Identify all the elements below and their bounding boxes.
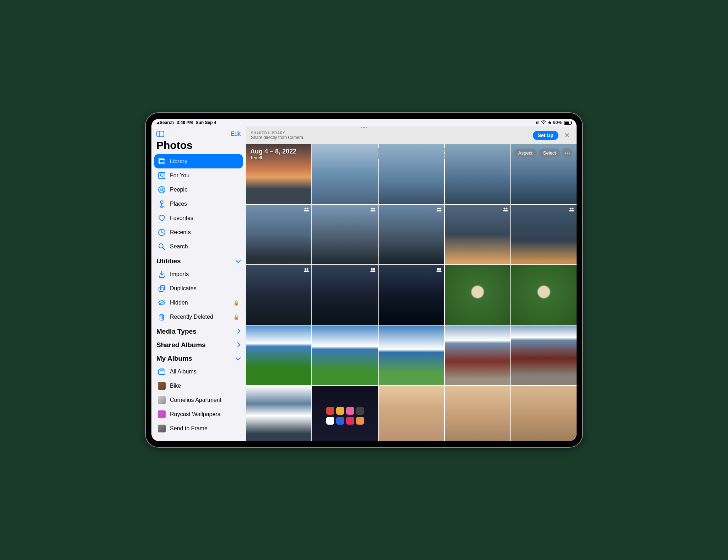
svg-point-24 xyxy=(503,208,505,210)
svg-point-20 xyxy=(371,208,373,210)
svg-point-29 xyxy=(307,268,309,270)
sidebar-item-label: Places xyxy=(170,201,187,207)
photo-thumbnail[interactable] xyxy=(379,325,444,385)
photo-thumbnail[interactable] xyxy=(379,205,444,264)
people-icon xyxy=(158,186,166,194)
wifi-icon xyxy=(541,120,546,125)
sidebar-item-label: For You xyxy=(170,172,189,179)
photo-thumbnail[interactable] xyxy=(246,205,311,264)
sidebar-item-duplicates[interactable]: Duplicates xyxy=(154,281,243,296)
shared-badge-icon xyxy=(370,207,376,212)
sidebar-item-album-raycast[interactable]: Raycast Wallpapers xyxy=(154,407,243,421)
sidebar-item-album-frame[interactable]: Send to Frame xyxy=(154,421,243,436)
star-icon: ★ xyxy=(548,120,552,125)
photo-thumbnail[interactable] xyxy=(246,325,311,385)
sidebar-item-places[interactable]: Places xyxy=(154,197,243,211)
select-button[interactable]: Select xyxy=(539,149,560,157)
section-label: Media Types xyxy=(156,328,197,335)
sidebar-item-foryou[interactable]: For You xyxy=(154,168,243,183)
imports-icon xyxy=(158,270,166,278)
photo-thumbnail[interactable] xyxy=(445,386,510,441)
photo-thumbnail[interactable] xyxy=(246,386,311,441)
section-media-types[interactable]: Media Types xyxy=(151,324,246,338)
edit-button[interactable]: Edit xyxy=(231,131,241,137)
photo-grid xyxy=(246,144,577,441)
sidebar-item-label: Library xyxy=(170,158,187,165)
svg-point-21 xyxy=(373,208,375,210)
photo-thumbnail[interactable] xyxy=(379,386,444,441)
sidebar-item-recents[interactable]: Recents xyxy=(154,225,243,239)
shared-badge-icon xyxy=(569,207,574,212)
photo-thumbnail[interactable] xyxy=(312,386,378,441)
photo-thumbnail[interactable] xyxy=(511,386,577,441)
photo-grid-container[interactable]: Aug 4 – 8, 2022 Terrell Aspect Select ⋯ … xyxy=(246,144,577,441)
photo-thumbnail[interactable] xyxy=(312,325,378,385)
banner-title: SHARED LIBRARY xyxy=(251,131,529,135)
svg-point-9 xyxy=(160,206,164,208)
sidebar-item-hidden[interactable]: Hidden 🔒 xyxy=(154,296,243,310)
lock-icon: 🔒 xyxy=(233,300,239,306)
photo-thumbnail[interactable] xyxy=(312,205,378,264)
photo-thumbnail[interactable] xyxy=(511,265,577,325)
trash-icon xyxy=(158,313,166,321)
photo-thumbnail[interactable] xyxy=(445,205,510,264)
sidebar-item-recently-deleted[interactable]: Recently Deleted 🔒 xyxy=(154,310,243,324)
svg-point-7 xyxy=(160,201,163,204)
svg-rect-13 xyxy=(159,287,163,291)
sidebar-item-label: Recently Deleted xyxy=(170,314,213,320)
photo-thumbnail[interactable] xyxy=(246,265,311,325)
section-shared-albums[interactable]: Shared Albums xyxy=(151,338,246,351)
photo-thumbnail[interactable] xyxy=(511,325,577,385)
photo-thumbnail[interactable] xyxy=(511,205,577,264)
svg-rect-16 xyxy=(159,370,165,375)
sidebar-item-label: Send to Frame xyxy=(170,425,208,432)
svg-rect-0 xyxy=(157,131,164,137)
svg-line-12 xyxy=(163,248,165,249)
sidebar-item-label: Duplicates xyxy=(170,285,197,292)
album-thumbnail xyxy=(158,382,166,390)
screen: Search 3:49 PM Sun Sep 4 ııl ★ 60% xyxy=(151,119,577,441)
svg-point-23 xyxy=(439,208,441,210)
sidebar-item-album-bike[interactable]: Bike xyxy=(154,379,243,393)
svg-point-30 xyxy=(371,268,373,270)
location-label: Terrell xyxy=(250,155,296,160)
ipad-frame: Search 3:49 PM Sun Sep 4 ııl ★ 60% xyxy=(145,112,583,448)
photo-thumbnail[interactable] xyxy=(379,144,444,204)
shared-badge-icon xyxy=(436,207,442,212)
chevron-down-icon xyxy=(236,355,241,362)
photo-thumbnail[interactable] xyxy=(379,265,444,325)
sidebar-item-search[interactable]: Search xyxy=(154,239,243,254)
section-utilities[interactable]: Utilities xyxy=(151,254,246,267)
sidebar-item-imports[interactable]: Imports xyxy=(154,267,243,281)
svg-point-26 xyxy=(569,208,571,210)
cell-signal-icon: ııl xyxy=(536,120,540,125)
close-banner-button[interactable]: ✕ xyxy=(563,131,572,140)
chevron-down-icon xyxy=(236,257,241,265)
sidebar-item-favorites[interactable]: Favorites xyxy=(154,211,243,225)
aspect-button[interactable]: Aspect xyxy=(514,149,537,157)
sidebar-item-library[interactable]: Library xyxy=(154,154,243,168)
sidebar-item-all-albums[interactable]: All Albums xyxy=(154,365,243,379)
photo-thumbnail[interactable] xyxy=(445,325,510,385)
photo-thumbnail[interactable] xyxy=(445,265,510,325)
shared-badge-icon xyxy=(304,207,309,212)
photo-thumbnail[interactable] xyxy=(312,144,378,204)
section-my-albums[interactable]: My Albums xyxy=(151,351,246,365)
sidebar-item-label: Bike xyxy=(170,383,181,389)
more-button[interactable]: ⋯ xyxy=(562,148,572,158)
svg-point-31 xyxy=(373,268,375,270)
sidebar-item-people[interactable]: People xyxy=(154,183,243,197)
album-thumbnail xyxy=(158,425,166,432)
photo-thumbnail[interactable] xyxy=(312,265,378,325)
foryou-icon xyxy=(158,172,166,179)
setup-button[interactable]: Set Up xyxy=(533,131,558,140)
multitask-indicator[interactable] xyxy=(361,127,367,128)
photo-thumbnail[interactable] xyxy=(445,144,510,204)
places-icon xyxy=(158,200,166,208)
back-to-search[interactable]: Search xyxy=(156,120,174,125)
sidebar-toggle-icon[interactable] xyxy=(156,131,164,137)
sidebar-item-album-cornelius[interactable]: Cornelius Apartment xyxy=(154,393,243,407)
shared-badge-icon xyxy=(503,207,508,212)
shared-badge-icon xyxy=(370,267,376,273)
status-right: ııl ★ 60% xyxy=(536,120,572,125)
